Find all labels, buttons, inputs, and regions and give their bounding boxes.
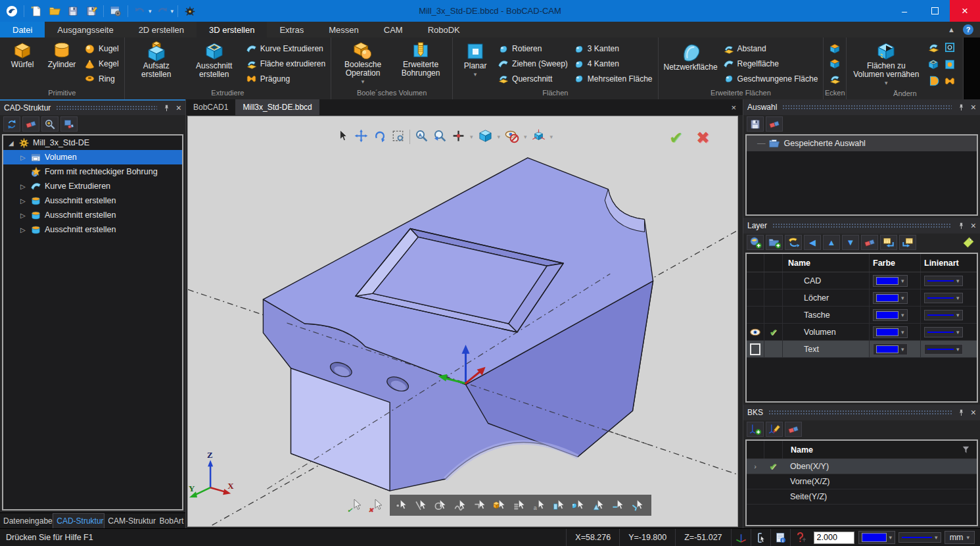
pin-icon[interactable] [957,103,966,112]
tree-item-form[interactable]: Form mit rechteckiger Bohrung [3,164,182,179]
select-circle-icon[interactable] [433,497,450,514]
column-name[interactable]: Name [782,254,869,272]
new-file-icon[interactable] [28,3,44,19]
netzwerkflaeche-button[interactable]: Netzwerkfläche [662,39,720,88]
select-sketch-icon[interactable] [630,497,647,514]
ucs-triad-icon[interactable] [731,529,751,546]
ring-button[interactable]: Ring [84,73,119,84]
color-dropdown[interactable]: ▾ [873,292,908,304]
current-linestyle-dropdown[interactable]: ▾ [898,532,941,543]
planar-caret[interactable]: ▾ [474,70,477,79]
redo-dropdown-caret[interactable]: ▾ [171,8,174,14]
expander-expanded-icon[interactable]: ◢ [9,139,18,147]
color-dropdown[interactable]: ▾ [873,343,908,355]
accept-selection-cursor-icon[interactable]: ✔ [348,497,365,514]
edit-bks-icon[interactable] [766,422,783,437]
select-solid-icon[interactable] [492,497,509,514]
color-dropdown[interactable]: ▾ [873,309,908,321]
panel-drag-area[interactable] [768,410,952,415]
tab-mill3x-std-de[interactable]: Mill3x_Std-DE.bbcd [235,99,319,115]
layer-row-volumen[interactable]: ✔ Volumen ▾ ▾ [747,324,977,341]
close-panel-icon[interactable]: × [971,221,976,230]
move-down-icon[interactable]: ▼ [842,235,859,250]
select-cursor-icon[interactable] [336,129,350,145]
select-plane-icon[interactable] [551,497,569,514]
close-panel-icon[interactable]: × [971,103,976,112]
redo-icon[interactable] [154,3,170,19]
iso-view-icon[interactable] [478,128,493,145]
praegung-button[interactable]: Prägung [246,73,325,84]
bks-row-vorne[interactable]: Vorne(X/Z) [747,474,977,489]
regelflaeche-button[interactable]: Regelfläche [723,59,818,70]
row-selection-box[interactable] [750,343,760,355]
hide-entities-icon[interactable] [505,129,519,145]
flaeche-extrudieren-button[interactable]: Fläche extrudieren [246,59,325,70]
color-dropdown[interactable]: ▾ [873,326,908,338]
context-help-icon[interactable] [790,529,810,546]
expander-collapsed-icon[interactable]: ▷ [20,197,30,205]
tab-3d-erstellen[interactable]: 3D erstellen [197,22,267,37]
tab-bobcad1[interactable]: BobCAD1 [186,99,235,115]
search-gear-icon[interactable] [41,116,58,132]
select-point-icon[interactable] [394,497,411,514]
close-panel-icon[interactable]: × [971,408,976,417]
select-wire-icon[interactable] [611,497,628,514]
debug-icon[interactable] [182,3,198,19]
modify-half-icon[interactable] [925,73,941,89]
tab-cam[interactable]: CAM [371,22,415,37]
hide-entities-caret[interactable]: ▾ [524,134,527,140]
eraser-icon[interactable] [766,116,783,132]
close-document-icon[interactable]: × [724,99,743,115]
kegel-button[interactable]: Kegel [84,59,119,70]
tree-item-ausschnitt-1[interactable]: ▷ Ausschnitt erstellen [3,193,182,208]
linestyle-dropdown[interactable]: ▾ [924,344,963,355]
zoom-all-icon[interactable]: A [415,129,429,145]
window-settings-icon[interactable] [108,3,124,19]
mehrseiten-flaeche-button[interactable]: Mehrseiten Fläche [573,73,653,84]
cancel-selection-cursor-icon[interactable]: ✖ [369,497,386,514]
pin-icon[interactable] [162,104,171,112]
tree-item-volumen[interactable]: ▷ Volumen [3,150,182,164]
help-icon[interactable]: ? [963,24,973,35]
select-surface-icon[interactable] [571,497,588,514]
selection-mode-icon[interactable] [751,529,770,546]
add-layer-icon[interactable] [747,235,764,250]
zoom-previous-icon[interactable] [433,129,447,145]
zoom-window-icon[interactable] [391,129,405,145]
modify-outline-icon[interactable] [942,39,958,55]
undo-dropdown-caret[interactable]: ▾ [149,8,152,14]
move-up-icon[interactable]: ▲ [823,235,840,250]
assign-to-layer-icon[interactable] [785,235,802,250]
save-icon[interactable] [65,3,81,19]
select-line-icon[interactable] [413,497,431,514]
cube-axes-caret[interactable]: ▾ [550,134,553,140]
pin-icon[interactable] [957,222,966,230]
layer-tag-icon[interactable] [960,235,977,250]
filter-funnel-icon[interactable] [954,445,977,455]
kugel-button[interactable]: Kugel [84,43,119,55]
undo-icon[interactable] [132,3,148,19]
maximize-button[interactable] [920,0,950,22]
panel-drag-area[interactable] [56,105,156,111]
tab-bobart[interactable]: BobArt [156,513,185,528]
querschnitt-button[interactable]: Querschnitt [498,73,568,84]
abstand-button[interactable]: Abstand [723,43,818,55]
zylinder-button[interactable]: Zylinder [43,39,81,88]
modify-cube-window-icon[interactable] [925,57,941,72]
tab-datei[interactable]: Datei [0,22,45,37]
tab-2d-erstellen[interactable]: 2D erstellen [126,22,197,37]
bobcad-logo-icon[interactable] [4,3,20,19]
kurve-extrudieren-button[interactable]: Kurve Extrudieren [246,43,325,55]
tab-messen[interactable]: Messen [316,22,371,37]
tab-cad-struktur[interactable]: CAD-Struktur [53,513,105,528]
iso-view-caret[interactable]: ▾ [498,134,501,140]
select-grid-icon[interactable] [512,497,529,514]
erweiterte-bohrungen-button[interactable]: Erweiterte Bohrungen [392,39,449,88]
save-as-icon[interactable] [83,3,99,19]
select-spline-icon[interactable] [453,497,470,514]
eye-visible-icon[interactable] [747,324,764,340]
cad-model[interactable]: Z Y X [188,116,737,526]
bks-row-oben[interactable]: › ✔ Oben(X/Y) [747,459,977,474]
expander-collapsed-icon[interactable]: ▷ [20,183,30,190]
3d-viewport[interactable]: Z Y X A ▾ ▾ [187,116,738,527]
